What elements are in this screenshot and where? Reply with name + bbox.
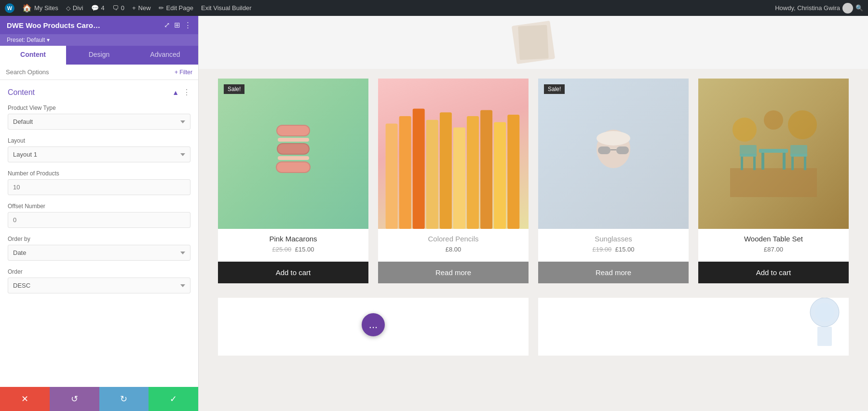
svg-rect-24 (740, 145, 757, 155)
product-image-tableset (698, 79, 849, 229)
content-section-header: Content ▲ ⋮ (0, 86, 198, 101)
product-image-wrap-tableset (698, 79, 849, 229)
new-menu[interactable]: + New (132, 4, 151, 12)
float-action-button[interactable]: ... (362, 313, 385, 336)
product-name-sunglasses: Sunglasses (543, 235, 684, 243)
product-info-tableset: Wooden Table Set £87.00 (698, 229, 849, 262)
product-card-macarons: Sale! Pink Macarons £25.00 £15.00 Add to… (218, 79, 368, 283)
pencil-icon: ✏ (159, 4, 164, 12)
product-info-sunglasses: Sunglasses £19.00 £15.00 (538, 229, 689, 262)
layout-label: Layout (8, 137, 190, 144)
product-card-tableset: Wooden Table Set £87.00 Add to cart (698, 79, 849, 283)
bottom-preview: ... (199, 298, 868, 356)
sidebar: DWE Woo Products Carous... ⤢ ⊞ ⋮ Preset:… (0, 16, 199, 411)
product-price-sunglasses: £19.00 £15.00 (543, 246, 684, 253)
my-sites-label: My Sites (34, 4, 58, 12)
page-area: Sale! Pink Macarons £25.00 £15.00 Add to… (199, 16, 868, 411)
order-select[interactable]: DESC ASC (8, 278, 190, 293)
search-icon[interactable]: 🔍 (855, 4, 863, 12)
comments-menu[interactable]: 💬 4 (91, 4, 105, 12)
filter-button[interactable]: + Filter (175, 69, 192, 76)
exit-visual-builder-button[interactable]: Exit Visual Builder (201, 4, 252, 12)
edit-page-button[interactable]: ✏ Edit Page (159, 4, 193, 12)
user-greeting[interactable]: Howdy, Christina Gwira 🔍 (775, 3, 863, 13)
section-menu-icon[interactable]: ⋮ (183, 88, 190, 97)
section-collapse-icon[interactable]: ▲ (172, 89, 179, 96)
exit-builder-label: Exit Visual Builder (201, 4, 252, 12)
undo-button[interactable]: ↺ (50, 387, 99, 411)
comments-count: 4 (101, 4, 105, 12)
svg-point-30 (788, 110, 817, 139)
tab-design[interactable]: Design (66, 46, 132, 65)
cancel-button[interactable]: ✕ (0, 387, 50, 411)
product-info-pencils: Colored Pencils £8.00 (378, 229, 529, 262)
svg-rect-2 (386, 124, 398, 229)
field-number-of-products: Number of Products (0, 166, 198, 199)
sidebar-bottom-bar: ✕ ↺ ↻ ✓ (0, 387, 198, 411)
offset-number-input[interactable] (8, 212, 190, 228)
wp-logo-icon[interactable]: W (5, 3, 14, 13)
field-offset-number: Offset Number (0, 199, 198, 232)
svg-rect-19 (761, 153, 764, 170)
plus-icon: + (132, 4, 136, 12)
sidebar-content: Content ▲ ⋮ Product View Type Default Sh… (0, 80, 198, 387)
tab-content[interactable]: Content (0, 46, 66, 65)
divi-menu[interactable]: ◇ Divi (66, 4, 83, 12)
add-to-cart-tableset[interactable]: Add to cart (698, 262, 849, 283)
svg-rect-5 (426, 120, 438, 229)
product-image-macarons (218, 79, 368, 229)
more-vert-icon[interactable]: ⋮ (184, 21, 191, 29)
product-image-wrap-macarons: Sale! (218, 79, 368, 229)
hero-area (199, 16, 868, 69)
field-order: Order DESC ASC (0, 265, 198, 297)
save-button[interactable]: ✓ (149, 387, 198, 411)
product-image-wrap-pencils (378, 79, 529, 229)
read-more-pencils[interactable]: Read more (378, 262, 529, 283)
svg-rect-26 (791, 157, 794, 170)
field-product-view-type: Product View Type Default Shop Category (0, 101, 198, 133)
sidebar-header: DWE Woo Products Carous... ⤢ ⊞ ⋮ (0, 16, 198, 34)
my-sites-menu[interactable]: 🏠 My Sites (22, 3, 58, 13)
product-price-macarons: £25.00 £15.00 (223, 246, 364, 253)
sidebar-title: DWE Woo Products Carous... (7, 21, 103, 29)
preset-bar[interactable]: Preset: Default ▾ (0, 34, 198, 46)
sidebar-header-icons: ⤢ ⊞ ⋮ (164, 21, 191, 29)
svg-rect-17 (730, 168, 817, 197)
search-options-input[interactable] (6, 68, 171, 76)
number-of-products-label: Number of Products (8, 170, 190, 177)
sidebar-search-bar: + Filter (0, 65, 198, 80)
product-price-pencils: £8.00 (383, 246, 524, 253)
add-to-cart-macarons[interactable]: Add to cart (218, 262, 368, 283)
svg-rect-8 (467, 116, 479, 229)
expand-icon[interactable]: ⤢ (164, 21, 170, 29)
comment-pending-menu[interactable]: 🗨 0 (112, 4, 124, 12)
svg-point-13 (597, 131, 630, 146)
layout-select[interactable]: Layout 1 Layout 2 Layout 3 (8, 146, 190, 162)
svg-rect-11 (507, 115, 519, 229)
sidebar-tabs: Content Design Advanced (0, 46, 198, 65)
products-grid: Sale! Pink Macarons £25.00 £15.00 Add to… (218, 79, 849, 283)
tab-advanced[interactable]: Advanced (132, 46, 198, 65)
product-name-macarons: Pink Macarons (223, 235, 364, 243)
product-image-sunglasses (538, 79, 689, 229)
svg-point-29 (732, 118, 757, 142)
bottom-card-left: ... (218, 298, 529, 356)
read-more-sunglasses[interactable]: Read more (538, 262, 689, 283)
grid-icon[interactable]: ⊞ (174, 21, 180, 29)
bottom-card-right (538, 298, 849, 356)
product-name-tableset: Wooden Table Set (703, 235, 844, 243)
number-of-products-input[interactable] (8, 179, 190, 195)
svg-rect-14 (598, 146, 610, 154)
redo-button[interactable]: ↻ (99, 387, 149, 411)
user-avatar (842, 3, 853, 13)
comment-pending-count: 0 (121, 4, 124, 12)
comment-bubble-icon: 🗨 (112, 4, 119, 12)
new-label: New (138, 4, 151, 12)
product-view-type-select[interactable]: Default Shop Category (8, 114, 190, 130)
svg-rect-9 (480, 110, 492, 229)
order-by-select[interactable]: Date Title Price Random (8, 245, 190, 261)
svg-rect-1 (518, 25, 549, 60)
svg-rect-22 (741, 157, 743, 170)
svg-rect-34 (817, 327, 832, 346)
home-icon: 🏠 (22, 3, 32, 13)
